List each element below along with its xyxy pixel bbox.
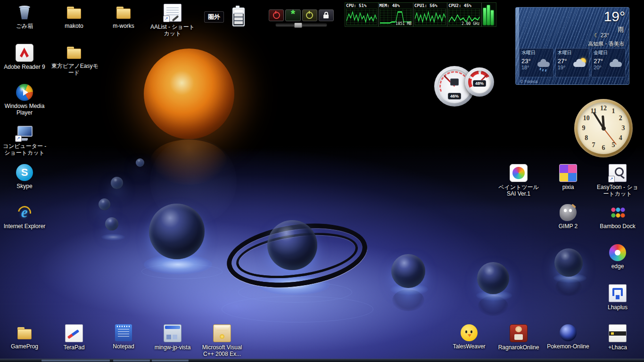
power-icon (273, 12, 280, 19)
clock-numeral: 8 (585, 134, 588, 142)
icon-label: m-works (101, 23, 146, 29)
icon-label: Notepad (101, 343, 146, 350)
desktop-icon-msvc-2008-express[interactable]: Microsoft VisualC++ 2008 Ex... (199, 324, 245, 357)
ram-gauge-gadget[interactable]: 48% (465, 67, 494, 97)
analog-clock-gadget[interactable]: 121234567891011 (574, 99, 633, 157)
icon-label: RagnarokOnline (496, 344, 541, 351)
ragnarok-online-icon (510, 324, 528, 342)
desktop-icon-windows-media-player[interactable]: Windows MediaPlayer (2, 84, 47, 116)
clock-face: 121234567891011 (578, 102, 629, 154)
meter-cpu1-graph (414, 8, 446, 25)
icon-label: EasyToon - ショートカット (595, 184, 640, 197)
desktop-icon-gimp-2[interactable]: GIMP 2 (545, 204, 591, 230)
weather-location: 高知県・香美市 (588, 41, 624, 48)
desktop[interactable]: ごみ箱makotom-works↗AAList - ショートカットAdobe R… (0, 0, 644, 362)
level-bar (483, 8, 486, 25)
desktop-icon-recycle-bin[interactable]: ごみ箱 (2, 4, 47, 29)
meter-mem-label: MEM: 48% (380, 3, 412, 8)
taskbar-window-segment[interactable] (113, 360, 150, 362)
icon-label: edge (595, 263, 640, 270)
forecast-day-wednesday[interactable]: 水曜日 23° 18° (519, 48, 553, 77)
desktop-icon-mingw-jp-vista[interactable]: mingw-jp-vista (150, 324, 195, 351)
power-control-gadget[interactable] (269, 9, 334, 27)
lock-button[interactable] (319, 9, 334, 21)
taskbar-window-segment[interactable] (152, 360, 189, 362)
clock-numeral: 4 (619, 134, 622, 142)
forecast-day-thursday[interactable]: 木曜日 27° 19° (555, 48, 590, 77)
computer-shortcut-icon: ↗ (16, 124, 33, 141)
m-works-folder-icon (115, 4, 132, 21)
icon-label: mingw-jp-vista (150, 344, 195, 351)
signal-status-gadget[interactable]: 圏外 (204, 11, 224, 23)
desktop-icon-m-works-folder[interactable]: m-works (101, 4, 146, 29)
hibernate-button[interactable] (302, 9, 317, 21)
clock-numeral: 2 (619, 115, 622, 122)
desktop-icon-edge[interactable]: edge (595, 244, 640, 270)
taskbar-window-segment[interactable] (41, 360, 110, 362)
desktop-icon-plus-lhaca[interactable]: +Lhaca (595, 324, 640, 351)
desktop-icon-pixia[interactable]: pixia (545, 164, 591, 190)
desktop-icon-notepad[interactable]: Notepad (101, 324, 146, 350)
icon-label: Lhaplus (595, 304, 640, 311)
desktop-icon-ragnarok-online[interactable]: RagnarokOnline (496, 324, 541, 351)
meter-section-cpu2: CPU2: 45% 2.00 GHz (447, 3, 481, 26)
gameprog-folder-icon (16, 324, 33, 341)
forecast-day-name: 木曜日 (558, 49, 587, 56)
desktop-icon-makoto-folder[interactable]: makoto (51, 4, 97, 29)
desktop-icon-adobe-reader-9[interactable]: Adobe Reader 9 (2, 44, 47, 70)
gauge-face: 48% (468, 71, 491, 93)
mingw-jp-vista-icon (164, 324, 182, 342)
desktop-icon-internet-explorer[interactable]: eInternet Explorer (2, 204, 47, 230)
desktop-icon-computer-shortcut[interactable]: ↗コンピューター -ショートカット (2, 124, 47, 156)
internet-explorer-icon: e (16, 204, 33, 221)
icon-label: Microsoft VisualC++ 2008 Ex... (199, 344, 245, 357)
icon-label: GIMP 2 (545, 223, 591, 230)
shortcut-arrow-icon: ↗ (15, 135, 22, 142)
weather-credit: © Foreca (520, 79, 537, 84)
icon-label: Adobe Reader 9 (2, 64, 47, 70)
talesweaver-icon (461, 324, 478, 341)
desktop-icon-skype[interactable]: SSkype (2, 164, 47, 189)
taskbar[interactable] (0, 359, 644, 362)
icon-label: TeraPad (51, 344, 97, 351)
aalist-shortcut-icon: ↗ (164, 4, 182, 22)
meter-cpu-label: CPU: 51% (346, 3, 377, 8)
icon-glyph: S (16, 164, 33, 181)
system-monitor-gadget[interactable]: CPU: 51% MEM: 48% 1851 MB CPU1: 56% CPU2… (345, 2, 496, 27)
asterisk-icon (291, 11, 295, 20)
level-bar (487, 5, 490, 25)
desktop-icon-terapad[interactable]: TeraPad (51, 324, 97, 351)
desktop-icon-talesweaver[interactable]: TalesWeaver (446, 324, 492, 350)
desktop-icon-aalist-shortcut[interactable]: ↗AAList - ショートカット (150, 4, 195, 37)
icon-label: Pokemon-Online (545, 343, 591, 350)
battery-gadget[interactable] (232, 8, 245, 26)
weather-gadget[interactable]: 19° 雨 23° 高知県・香美市 水曜日 23° 18° 木曜日 27° 19… (515, 7, 629, 85)
cpu-chip-icon (450, 79, 459, 86)
power-off-button[interactable] (269, 9, 284, 21)
paint-tool-sai-icon (510, 164, 528, 182)
cloudy-icon (609, 58, 624, 70)
desktop-icon-lhaplus[interactable]: Lhaplus (595, 284, 640, 311)
forecast-day-friday[interactable]: 金曜日 27° 20° (591, 48, 626, 77)
desktop-icon-easytoon-shortcut[interactable]: ↗EasyToon - ショートカット (595, 164, 640, 197)
notepad-icon (115, 324, 132, 341)
shortcut-arrow-icon: ↗ (163, 16, 170, 22)
desktop-icon-touhou-piano-easy-folder[interactable]: 東方ピアノEasyモード (51, 44, 97, 76)
desktop-icon-paint-tool-sai[interactable]: ペイントツールSAI Ver.1 (496, 164, 541, 197)
clock-numeral: 10 (583, 115, 590, 122)
desktop-icon-pokemon-online[interactable]: Pokemon-Online (545, 324, 591, 350)
meter-cpu1-label: CPU1: 56% (414, 3, 446, 8)
moon-icon (594, 32, 601, 39)
bamboo-dock-icon (609, 204, 626, 221)
clock-center-cap (602, 126, 606, 131)
ram-gauge-value: 48% (473, 80, 486, 87)
desktop-icon-bamboo-dock[interactable]: Bamboo Dock (595, 204, 640, 230)
standby-button[interactable] (285, 9, 300, 21)
power-gadget-slider[interactable] (275, 23, 327, 27)
icon-label: Internet Explorer (2, 223, 47, 230)
msvc-2008-express-icon (213, 324, 231, 342)
makoto-folder-icon (66, 4, 83, 21)
desktop-icon-gameprog-folder[interactable]: GameProg (2, 324, 47, 350)
meter-cpu2-label: CPU2: 45% (448, 3, 480, 8)
current-temperature: 19° (604, 8, 625, 25)
